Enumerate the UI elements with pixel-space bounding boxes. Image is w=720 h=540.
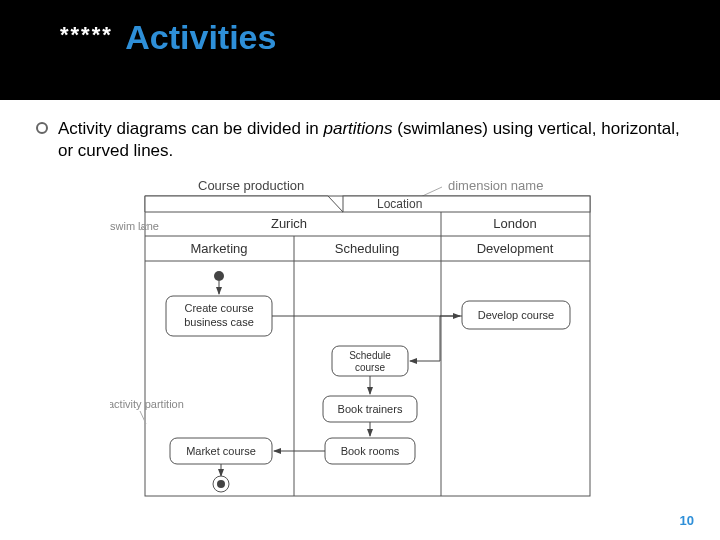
svg-text:Schedule: Schedule [349,350,391,361]
dimension-name: Location [377,197,422,211]
page-number: 10 [680,513,694,528]
bullet-item: Activity diagrams can be divided in part… [36,118,694,162]
slide-title: Activities [125,18,276,56]
activity-diagram: Course production dimension name Locatio… [110,176,620,511]
group-zurich: Zurich [271,216,307,231]
body-pre: Activity diagrams can be divided in [58,119,324,138]
svg-text:business case: business case [184,316,254,328]
diagram-container: Course production dimension name Locatio… [36,176,694,511]
header-stars: ***** [60,22,113,47]
diagram-name-value: Course production [198,178,304,193]
svg-text:Create course: Create course [184,302,253,314]
svg-text:course: course [355,362,385,373]
body-em: partitions [324,119,393,138]
bullet-icon [36,122,48,134]
dimension-name-label: dimension name [448,178,543,193]
svg-text:Develop course: Develop course [478,309,554,321]
body-mid: (swimlanes) [393,119,488,138]
svg-text:Book rooms: Book rooms [341,445,400,457]
svg-text:Book trainers: Book trainers [338,403,403,415]
slide-header: ***** Activities [0,0,720,67]
col-marketing: Marketing [190,241,247,256]
swimlane-label: swim lane [110,220,159,232]
activity-partition-label: activity partition [110,398,184,410]
svg-point-23 [217,480,225,488]
col-scheduling: Scheduling [335,241,399,256]
col-development: Development [477,241,554,256]
initial-node-icon [214,271,224,281]
slide-content: Activity diagrams can be divided in part… [0,100,720,540]
group-london: London [493,216,536,231]
svg-text:Market course: Market course [186,445,256,457]
body-text: Activity diagrams can be divided in part… [58,118,694,162]
